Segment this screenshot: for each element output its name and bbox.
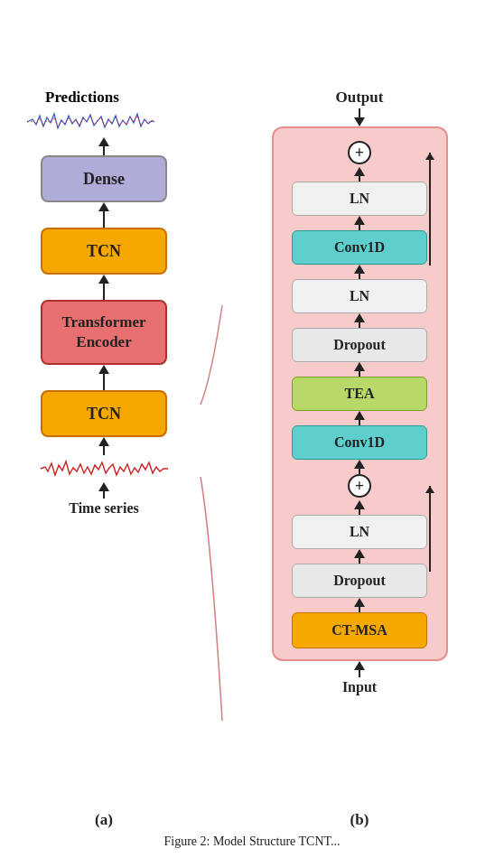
- pink-box: + LN: [272, 126, 448, 661]
- connector-lines-icon: [199, 89, 224, 829]
- ln-bot-block: LN: [292, 515, 427, 549]
- arrow-transformer-to-tcntop: [98, 275, 109, 300]
- arrow-ln-bot: [354, 500, 365, 515]
- arrow-ln-mid: [354, 265, 365, 279]
- ln-top-block: LN: [292, 182, 427, 216]
- diagram-b: Output +: [224, 89, 495, 829]
- arrow-ln-top: [354, 167, 365, 182]
- arrow-dropout-top: [354, 313, 365, 328]
- tcn-bottom-block: TCN: [41, 390, 167, 437]
- arrow-input: [354, 661, 365, 677]
- ctmsa-block: CT-MSA: [292, 612, 427, 648]
- conv1d-top-block: Conv1D: [292, 230, 427, 265]
- transformer-encoder-block: Transformer Encoder: [41, 300, 167, 365]
- diagram-b-label: (b): [350, 811, 369, 828]
- output-label: Output: [336, 89, 384, 107]
- tcn-top-block: TCN: [41, 228, 167, 275]
- dense-block: Dense: [41, 155, 167, 202]
- dropout-bot-block: Dropout: [292, 564, 427, 598]
- diagram-a: Predictions Dense: [9, 89, 199, 829]
- predictions-signal-icon: [25, 107, 156, 137]
- conv1d-bot-block: Conv1D: [292, 425, 427, 460]
- diagram-a-label: (a): [95, 811, 113, 828]
- arrow-output: [354, 108, 365, 126]
- tea-block: TEA: [292, 377, 427, 411]
- skip-line-bot-icon: [425, 486, 462, 576]
- input-label: Input: [342, 679, 377, 695]
- diagrams-row: Predictions Dense: [9, 9, 495, 829]
- main-container: Predictions Dense: [0, 0, 504, 867]
- arrow-conv1d-top: [354, 216, 365, 230]
- arrow-pred-to-dense: [98, 137, 109, 155]
- arrow-tea: [354, 362, 365, 377]
- time-series-label: Time series: [69, 500, 138, 517]
- plus-circle-top: +: [348, 141, 371, 164]
- arrow-plus-bot: [354, 460, 365, 474]
- arrow-dropout-bot: [354, 549, 365, 564]
- arrow-ctmsa: [354, 598, 365, 612]
- arrow-tcntop-to-dense: [98, 202, 109, 228]
- arrow-signal-to-tcnbot: [98, 437, 109, 455]
- arrow-conv1d-bot: [354, 411, 365, 425]
- figure-caption: Figure 2: Model Structure TCNT...: [9, 834, 495, 849]
- plus-circle-bottom: +: [348, 474, 371, 498]
- predictions-label: Predictions: [45, 89, 119, 106]
- timeseries-signal-icon: [39, 455, 170, 482]
- arrow-timeseries-label: [98, 482, 109, 499]
- ln-mid-block: LN: [292, 279, 427, 313]
- arrow-tcnbot-to-transformer: [98, 365, 109, 390]
- dropout-top-block: Dropout: [292, 328, 427, 362]
- skip-line-top-icon: [425, 153, 462, 270]
